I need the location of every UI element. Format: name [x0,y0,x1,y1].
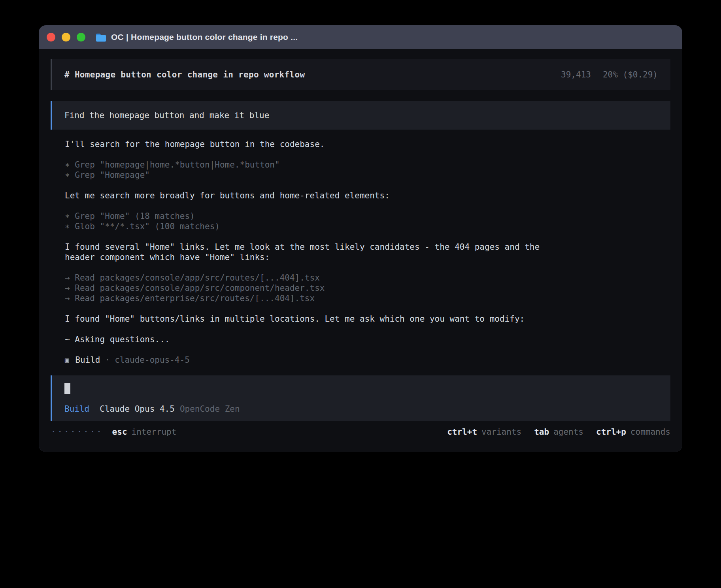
status-bar: ········ esc interrupt ctrl+t variants t… [51,427,670,437]
window-title: OC | Homepage button color change in rep… [111,32,298,42]
tool-call-line: ∗ Grep "homepage|home.*button|Home.*butt… [65,160,564,170]
terminal-viewport[interactable]: # Homepage button color change in repo w… [39,49,682,452]
ctrl-t-key: ctrl+t [447,427,477,437]
tool-call-line: ∗ Glob "**/*.tsx" (100 matches) [65,221,564,232]
tool-call-group: → Read packages/console/app/src/routes/[… [65,273,564,303]
esc-key-label: interrupt [132,427,177,437]
keybind-hint-agents: tab agents [534,427,583,437]
keybind-hint-commands: ctrl+p commands [596,427,670,437]
folder-icon [96,33,106,42]
context-usage: 20% ($0.29) [603,70,658,80]
prompt-input[interactable]: Build Claude Opus 4.5 OpenCode Zen [51,375,670,421]
agents-label: agents [553,427,583,437]
text-cursor [64,383,70,394]
tool-call-line: ∗ Grep "Home" (18 matches) [65,211,564,221]
variants-label: variants [481,427,521,437]
tool-call-line: ∗ Grep "Homepage" [65,170,564,180]
tool-call-line: → Read packages/console/app/src/componen… [65,283,564,293]
agent-icon: ▣ [65,355,69,365]
provider-label: OpenCode Zen [180,404,240,414]
agent-name: Build [75,355,100,365]
session-header: # Homepage button color change in repo w… [51,59,670,90]
assistant-paragraph: I found "Home" buttons/links in multiple… [65,314,564,324]
session-meta: 39,413 20% ($0.29) [561,70,658,80]
tool-call-line: → Read packages/enterprise/src/routes/[.… [65,293,564,303]
app-window: OC | Homepage button color change in rep… [39,25,682,452]
assistant-text-line: I found "Home" buttons/links in multiple… [65,314,564,324]
input-meta: Build Claude Opus 4.5 OpenCode Zen [64,404,659,414]
model-label[interactable]: Claude Opus 4.5 [100,404,175,414]
tool-call-line: → Read packages/console/app/src/routes/[… [65,273,564,283]
status-left: ········ esc interrupt [51,427,176,437]
user-message-text: Find the homepage button and make it blu… [64,110,269,121]
traffic-lights [39,33,85,41]
status-right: ctrl+t variants tab agents ctrl+p comman… [447,427,670,437]
token-count: 39,413 [561,70,591,80]
titlebar[interactable]: OC | Homepage button color change in rep… [39,25,682,49]
close-button[interactable] [47,33,55,41]
session-title: # Homepage button color change in repo w… [64,70,305,80]
assistant-text-line: ~ Asking questions... [65,334,564,345]
user-message: Find the homepage button and make it blu… [51,101,670,130]
agent-mode-label[interactable]: Build [64,404,89,414]
assistant-text-line: I'll search for the homepage button in t… [65,139,564,149]
assistant-transcript: I'll search for the homepage button in t… [65,139,564,365]
separator-dot: · [105,355,110,365]
tool-call-group: ∗ Grep "Home" (18 matches) ∗ Glob "**/*.… [65,211,564,232]
assistant-text-line: Let me search more broadly for buttons a… [65,190,564,201]
assistant-text-line: I found several "Home" links. Let me loo… [65,242,564,262]
agent-status-line: ▣ Build · claude-opus-4-5 [65,355,564,365]
keybind-hint-variants: ctrl+t variants [447,427,521,437]
tool-call-group: ∗ Grep "homepage|home.*button|Home.*butt… [65,160,564,180]
assistant-paragraph: I'll search for the homepage button in t… [65,139,564,149]
commands-label: commands [630,427,670,437]
spinner-dots: ········ [51,427,103,437]
zoom-button[interactable] [77,33,85,41]
title-group: OC | Homepage button color change in rep… [96,32,298,42]
agent-model: claude-opus-4-5 [115,355,190,365]
assistant-paragraph: Let me search more broadly for buttons a… [65,190,564,201]
minimize-button[interactable] [62,33,70,41]
esc-key-hint: esc [112,427,127,437]
assistant-paragraph: ~ Asking questions... [65,334,564,345]
assistant-paragraph: I found several "Home" links. Let me loo… [65,242,564,262]
ctrl-p-key: ctrl+p [596,427,626,437]
tab-key: tab [534,427,549,437]
